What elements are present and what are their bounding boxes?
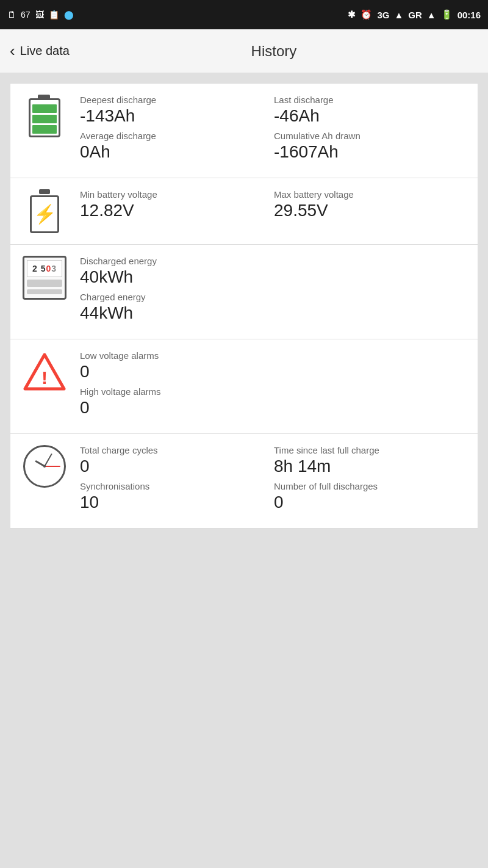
circle-icon: ⬤ — [64, 10, 74, 20]
energy-data: Discharged energy 40kWh Charged energy 4… — [80, 256, 468, 328]
avg-discharge-label: Average discharge — [80, 131, 274, 141]
alarms-card: ! Low voltage alarms 0 High voltage alar… — [10, 339, 478, 434]
min-voltage-label: Min battery voltage — [80, 189, 274, 200]
full-discharges-label: Number of full discharges — [274, 481, 468, 491]
alarm-icon: ⏰ — [361, 9, 372, 20]
cycles-card: Total charge cycles 0 Synchronisations 1… — [10, 434, 478, 529]
svg-text:!: ! — [41, 367, 48, 388]
cumulative-ah-label: Cumulative Ah drawn — [274, 131, 468, 141]
time-display: 00:16 — [458, 10, 481, 20]
signal-icon: ▲ — [394, 10, 403, 20]
back-button[interactable]: ‹ Live data — [10, 42, 70, 60]
back-label: Live data — [20, 44, 70, 58]
battery-status-icon: 🔋 — [441, 9, 453, 20]
charged-energy-value: 44kWh — [80, 303, 468, 323]
header: ‹ Live data History — [0, 29, 488, 73]
notification-count: 67 — [21, 10, 30, 20]
clock-icon — [20, 445, 69, 488]
lightning-symbol: ⚡ — [34, 205, 56, 223]
charge-cycles-label: Total charge cycles — [80, 445, 274, 455]
low-voltage-alarm-group: Low voltage alarms 0 High voltage alarms… — [80, 350, 468, 422]
high-voltage-alarm-value: 0 — [80, 398, 468, 418]
max-voltage-group: Max battery voltage 29.55V — [274, 189, 468, 225]
alarms-data: Low voltage alarms 0 High voltage alarms… — [80, 350, 468, 422]
voltage-data: Min battery voltage 12.82V Max battery v… — [80, 189, 468, 225]
min-voltage-group: Min battery voltage 12.82V — [80, 189, 274, 225]
page-title: History — [70, 43, 478, 60]
status-bar-left: 🗒 67 🖼 📋 ⬤ — [7, 10, 74, 20]
copy-icon: 📋 — [49, 10, 59, 20]
network-label: 3G — [377, 10, 389, 20]
high-voltage-alarm-label: High voltage alarms — [80, 386, 468, 397]
deepest-discharge-label: Deepest discharge — [80, 95, 274, 105]
battery-voltage-icon: ⚡ — [20, 189, 69, 233]
back-arrow-icon: ‹ — [10, 42, 15, 60]
status-bar: 🗒 67 🖼 📋 ⬤ ✱ ⏰ 3G ▲ GR ▲ 🔋 00:16 — [0, 0, 488, 29]
charge-cycles-value: 0 — [80, 457, 274, 476]
last-discharge-label: Last discharge — [274, 95, 468, 105]
status-bar-right: ✱ ⏰ 3G ▲ GR ▲ 🔋 00:16 — [348, 9, 481, 20]
synchronisations-value: 10 — [80, 493, 274, 512]
deepest-discharge-value: -143Ah — [80, 106, 274, 126]
carrier-label: GR — [408, 10, 422, 20]
content-area: Deepest discharge -143Ah Average dischar… — [0, 73, 488, 538]
carrier-signal-icon: ▲ — [427, 10, 436, 20]
last-full-charge-value: 8h 14m — [274, 457, 468, 476]
synchronisations-label: Synchronisations — [80, 481, 274, 491]
discharge-data: Deepest discharge -143Ah Average dischar… — [80, 95, 468, 167]
discharged-energy-label: Discharged energy — [80, 256, 468, 266]
meter-display: 2 50 3 — [27, 260, 62, 277]
deepest-discharge-group: Deepest discharge -143Ah Average dischar… — [80, 95, 274, 167]
max-voltage-label: Max battery voltage — [274, 189, 468, 200]
image-icon: 🖼 — [35, 10, 44, 20]
charge-cycles-group: Total charge cycles 0 Synchronisations 1… — [80, 445, 274, 517]
last-charge-group: Time since last full charge 8h 14m Numbe… — [274, 445, 468, 517]
last-full-charge-label: Time since last full charge — [274, 445, 468, 455]
energy-meter-icon: 2 50 3 — [20, 256, 69, 300]
cycles-data: Total charge cycles 0 Synchronisations 1… — [80, 445, 468, 517]
low-voltage-alarm-value: 0 — [80, 362, 468, 382]
bluetooth-icon: ✱ — [348, 9, 356, 20]
discharged-energy-group: Discharged energy 40kWh Charged energy 4… — [80, 256, 468, 328]
battery-full-icon — [20, 95, 69, 137]
discharge-card: Deepest discharge -143Ah Average dischar… — [10, 83, 478, 178]
cumulative-ah-value: -1607Ah — [274, 142, 468, 162]
last-discharge-group: Last discharge -46Ah Cumulative Ah drawn… — [274, 95, 468, 167]
discharged-energy-value: 40kWh — [80, 267, 468, 287]
low-voltage-alarm-label: Low voltage alarms — [80, 350, 468, 361]
min-voltage-value: 12.82V — [80, 201, 274, 220]
full-discharges-value: 0 — [274, 493, 468, 512]
charged-energy-label: Charged energy — [80, 292, 468, 302]
max-voltage-value: 29.55V — [274, 201, 468, 220]
voltage-card: ⚡ Min battery voltage 12.82V Max battery… — [10, 178, 478, 245]
avg-discharge-value: 0Ah — [80, 142, 274, 162]
energy-card: 2 50 3 Discharged energy 40kWh Charged e… — [10, 245, 478, 339]
clipboard-icon: 🗒 — [7, 10, 16, 20]
warning-icon: ! — [20, 350, 69, 393]
last-discharge-value: -46Ah — [274, 106, 468, 126]
